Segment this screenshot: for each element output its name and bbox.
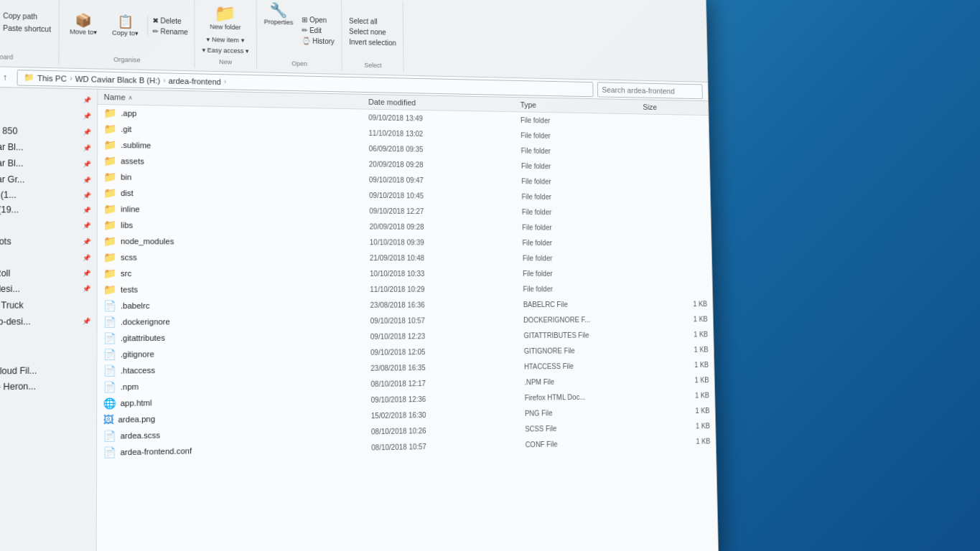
file-name: .gitignore [121, 349, 154, 359]
file-list: 📁 .app 09/10/2018 13:49 File folder 📁 .g… [97, 105, 716, 461]
delete-button[interactable]: ✖ Delete [151, 16, 189, 26]
sidebar-item-wd2[interactable]: 💽 WD Caviar Bl... 📌 [0, 154, 97, 172]
select-group: Select all Select none Invert selection … [342, 0, 404, 72]
file-name-cell: 🖼 ardea.png [103, 410, 371, 425]
sidebar-item-ilmiontdev[interactable]: 🖥 ilmiontdev (1... 📌 [0, 187, 97, 202]
sidebar-item-label: Screenshots [0, 236, 11, 247]
file-type: DOCKERIGNORE F... [523, 315, 647, 324]
copy-path-button[interactable]: 📄 Copy path [0, 9, 52, 23]
file-date: 09/10/2018 12:27 [369, 207, 521, 215]
sidebar-item-heron[interactable]: 📁 heron-web-desi... 📌 [0, 313, 97, 330]
file-size: 1 KB [649, 406, 710, 415]
sidebar-item-american-truck[interactable]: 📁 American Truck [0, 297, 97, 314]
sidebar-item-onedrive[interactable]: ☁ OneDrive - Heron... [0, 377, 96, 395]
table-row[interactable]: 📁 src 10/10/2018 10:33 File folder [98, 265, 712, 282]
file-size [644, 152, 704, 153]
file-size: 1 KB [647, 300, 708, 308]
edit-button[interactable]: ✏ Edit [299, 25, 337, 35]
file-date: 11/10/2018 10:29 [370, 285, 523, 293]
file-type: File folder [521, 162, 644, 171]
clipboard-actions: 📄 Copy path 📋 Paste shortcut [0, 0, 52, 53]
table-row[interactable]: 📁 scss 21/09/2018 10:48 File folder [98, 249, 712, 265]
select-label: Select [364, 60, 381, 69]
search-input[interactable] [597, 82, 703, 99]
file-type: File folder [521, 146, 643, 156]
easy-access-button[interactable]: ▾ Easy access ▾ [199, 46, 252, 56]
paste-shortcut-button[interactable]: 📋 Paste shortcut [0, 22, 52, 36]
up-button[interactable]: ↑ [0, 70, 12, 85]
sidebar-item-manager[interactable]: 📁 manager 📌 [0, 217, 97, 234]
file-name-cell: 📁 bin [103, 171, 369, 185]
table-row[interactable]: 📁 node_modules 10/10/2018 09:39 File fol… [98, 233, 711, 251]
move-to-button[interactable]: 📦 Move to▾ [64, 11, 103, 38]
file-name-cell: 📁 .app [103, 107, 368, 123]
col-header-date[interactable]: Date modified [368, 98, 521, 109]
copy-to-button[interactable]: 📋 Copy to▾ [106, 11, 144, 38]
pin-icon: 📌 [83, 176, 90, 184]
file-name: node_modules [121, 237, 174, 245]
sidebar-item-music[interactable]: ♪ Music 📌 [0, 89, 97, 108]
col-header-type[interactable]: Type [520, 100, 643, 111]
file-type: BABELRC File [523, 300, 647, 308]
sidebar-item-label: ilmiontdev (1... [0, 189, 17, 200]
file-type: HTACCESS File [524, 361, 648, 370]
file-name: .gitattributes [121, 334, 165, 343]
new-folder-button[interactable]: 📁 New folder [205, 0, 245, 34]
file-name-cell: 📄 ardea-frontend.conf [103, 441, 371, 458]
rename-button[interactable]: ✏ Rename [151, 27, 189, 37]
sidebar-item-sketches[interactable]: ✅ Sketches 📌 [0, 250, 97, 265]
sidebar-item-samsung[interactable]: 💾 Samsung 850 📌 [0, 122, 97, 141]
folder-icon: 📁 [103, 251, 116, 263]
col-header-name[interactable]: Name ∧ [104, 93, 369, 106]
history-button[interactable]: ⌚ History [299, 36, 337, 46]
folder-icon: 📁 [103, 123, 116, 134]
file-name: app.html [121, 398, 152, 408]
sidebar-item-tests[interactable]: 📁 tests [0, 346, 96, 364]
properties-button[interactable]: 🔧 Properties [261, 0, 297, 59]
sidebar-item-label: WD Caviar Gr... [0, 174, 25, 184]
file-date: 21/09/2018 10:48 [370, 254, 523, 262]
file-size: 1 KB [648, 361, 709, 369]
file-size: 1 KB [648, 345, 709, 353]
file-date: 08/10/2018 10:26 [371, 425, 525, 435]
sidebar-item-creative-cloud[interactable]: ☁ Creative Cloud Fil... [0, 362, 96, 379]
file-date: 09/10/2018 12:36 [371, 394, 525, 404]
sidebar-item-screenshots[interactable]: 📁 Screenshots 📌 [0, 233, 97, 250]
file-date: 09/10/2018 10:57 [370, 316, 523, 324]
file-name-cell: 📄 .gitignore [103, 347, 370, 360]
select-all-button[interactable]: Select all [346, 16, 398, 27]
sidebar-item-wd3[interactable]: 💽 WD Caviar Gr... 📌 [0, 171, 97, 189]
image-file-icon: 🖼 [103, 413, 114, 425]
file-type: File folder [523, 285, 646, 293]
path-sep-2: › [163, 76, 165, 84]
new-item-button[interactable]: ▾ New item ▾ [204, 35, 248, 44]
sidebar-item-camera-roll[interactable]: ✅ Camera Roll 📌 [0, 265, 97, 281]
paste-shortcut-icon: 📋 [0, 23, 1, 34]
col-header-size[interactable]: Size [643, 103, 703, 112]
folder-icon: 📁 [103, 268, 116, 279]
clipboard-group: 📋 Paste 📄 Copy path 📋 Paste shortcut [0, 0, 60, 65]
pin-icon: 📌 [83, 192, 90, 199]
properties-icon: 🔧 [270, 1, 288, 19]
file-date: 08/10/2018 12:17 [370, 378, 524, 388]
open-button[interactable]: ⊞ Open [299, 14, 337, 24]
file-name-cell: 📁 libs [103, 219, 370, 232]
sidebar-item-wd1[interactable]: 💽 WD Caviar Bl... 📌 [0, 138, 97, 156]
sidebar-item-material[interactable]: 📁 material-desi... 📌 [0, 281, 97, 297]
select-none-button[interactable]: Select none [346, 27, 398, 37]
pin-icon: 📌 [83, 144, 90, 151]
file-size [645, 212, 705, 213]
sidebar-item-videos[interactable]: ▶ Videos 📌 [0, 105, 97, 124]
file-type: File folder [521, 116, 643, 126]
invert-selection-button[interactable]: Invert selection [346, 37, 398, 47]
file-type: File folder [522, 239, 645, 247]
file-name-cell: 📄 .gitattributes [103, 331, 370, 344]
file-size: 1 KB [649, 422, 710, 430]
sidebar-item-runtime[interactable]: 📁 Runtime [0, 329, 96, 347]
sidebar-item-ilmiontsvr[interactable]: 🖥 ilmiontsvr (19... 📌 [0, 202, 97, 217]
pin-icon: 📌 [83, 161, 90, 168]
sidebar-item-label: heron-web-desi... [0, 316, 31, 327]
table-row[interactable]: 📁 tests 11/10/2018 10:29 File folder [98, 281, 713, 297]
file-name-cell: 📁 src [103, 268, 370, 279]
file-name: .sublime [121, 141, 151, 150]
